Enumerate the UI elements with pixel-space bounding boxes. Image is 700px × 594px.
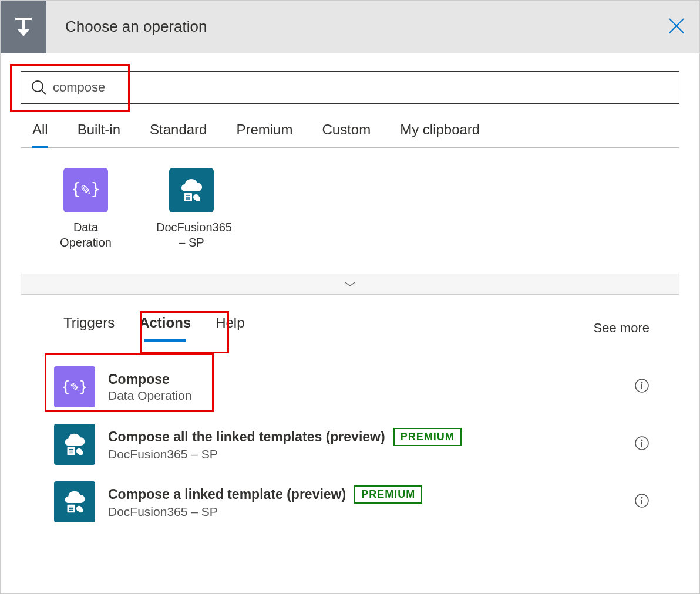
info-icon [634,493,649,508]
action-compose[interactable]: {✎} Compose Data Operation [54,358,649,416]
close-icon [668,17,685,35]
svg-text:{✎}: {✎} [62,378,87,395]
svg-point-5 [32,81,43,92]
docfusion-icon [54,424,95,465]
action-title: Compose [108,372,170,387]
see-more-link[interactable]: See more [594,320,649,336]
svg-point-32 [79,508,83,513]
action-title: Compose all the linked templates (previe… [108,429,385,445]
action-subtitle: DocFusion365 – SP [108,505,634,519]
subtab-help[interactable]: Help [216,315,244,342]
tab-standard[interactable]: Standard [150,122,207,147]
action-compose-all-linked-templates[interactable]: Compose all the linked templates (previe… [54,416,649,473]
svg-point-23 [79,451,83,455]
subtab-actions[interactable]: Actions [139,315,191,342]
category-tabs: All Built-in Standard Premium Custom My … [1,114,699,147]
operation-picker-dialog: Choose an operation All Built-in Standar… [0,0,700,594]
search-input[interactable] [53,80,669,95]
svg-rect-0 [15,18,32,20]
svg-rect-35 [641,500,642,504]
tab-built-in[interactable]: Built-in [78,122,120,147]
docfusion-icon [54,481,95,522]
dialog-title: Choose an operation [65,18,207,36]
docfusion-icon [169,168,214,212]
info-button[interactable] [634,436,649,453]
info-icon [634,436,649,451]
results-panel: {✎} Data Operation [21,147,679,531]
svg-point-34 [641,497,643,499]
data-operation-icon: {✎} [54,366,95,407]
svg-text:{✎}: {✎} [73,180,99,199]
svg-rect-26 [641,442,642,447]
svg-line-6 [42,90,46,95]
search-section [1,53,699,114]
svg-point-16 [641,382,643,384]
info-icon [634,378,649,393]
actions-list: {✎} Compose Data Operation [21,353,679,531]
expand-toggle[interactable] [21,274,679,295]
action-text: Compose all the linked templates (previe… [108,428,634,461]
svg-point-13 [196,197,200,201]
chevron-down-icon [344,281,356,288]
premium-badge: PREMIUM [354,485,422,504]
subtab-triggers[interactable]: Triggers [63,315,115,342]
svg-rect-17 [641,384,642,389]
connector-label: DocFusion365 – SP [156,220,227,250]
connector-data-operation[interactable]: {✎} Data Operation [51,168,121,250]
tab-premium[interactable]: Premium [236,122,292,147]
action-subtitle: Data Operation [108,389,634,403]
search-icon [31,79,47,96]
operation-header-icon [1,1,46,53]
data-operation-icon: {✎} [63,168,108,212]
action-text: Compose Data Operation [108,372,634,403]
dialog-header: Choose an operation [1,1,699,53]
action-text: Compose a linked template (preview) PREM… [108,485,634,519]
svg-point-25 [641,440,643,441]
action-subtitle: DocFusion365 – SP [108,447,634,461]
connector-docfusion365-sp[interactable]: DocFusion365 – SP [156,168,227,250]
svg-marker-2 [18,29,29,36]
action-compose-linked-template[interactable]: Compose a linked template (preview) PREM… [54,473,649,531]
info-button[interactable] [634,493,649,511]
info-button[interactable] [634,378,649,396]
subtabs: Triggers Actions Help [63,315,245,342]
subtabs-row: Triggers Actions Help See more [21,295,679,353]
premium-badge: PREMIUM [393,428,462,446]
connector-label: Data Operation [51,220,121,250]
search-box[interactable] [21,71,679,104]
connector-grid: {✎} Data Operation [21,148,679,274]
tab-all[interactable]: All [32,122,48,147]
action-title: Compose a linked template (preview) [108,487,346,502]
tab-my-clipboard[interactable]: My clipboard [400,122,480,147]
tab-custom[interactable]: Custom [322,122,371,147]
close-button[interactable] [668,17,685,37]
